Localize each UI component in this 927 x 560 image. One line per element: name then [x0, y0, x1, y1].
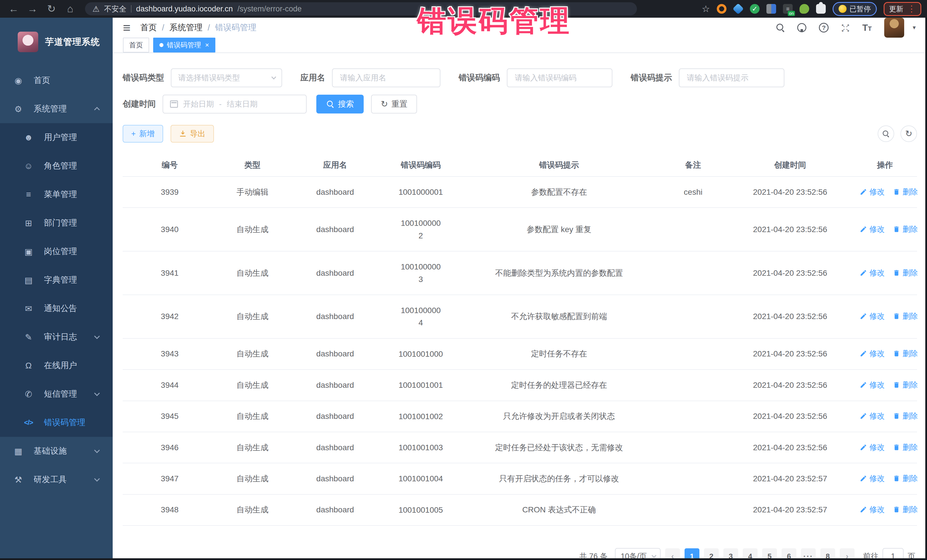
error-hint-input[interactable]: [686, 73, 777, 83]
tag-home[interactable]: 首页: [123, 38, 149, 52]
breadcrumb-system[interactable]: 系统管理: [169, 22, 202, 33]
breadcrumb-home[interactable]: 首页: [140, 22, 157, 33]
edit-link[interactable]: 修改: [860, 504, 885, 514]
delete-link[interactable]: 删除: [893, 348, 918, 359]
sidebar-item-home[interactable]: ◉首页: [0, 66, 112, 95]
delete-link[interactable]: 删除: [893, 380, 918, 390]
font-size-icon[interactable]: TT: [862, 23, 872, 33]
fullscreen-icon[interactable]: ↖↗↙↘: [841, 23, 850, 32]
delete-link-label: 删除: [903, 442, 918, 452]
row-memo: [659, 370, 727, 401]
sidebar-item-online-user[interactable]: Ω在线用户: [0, 351, 112, 380]
chevron-down-icon: [94, 476, 100, 482]
chevron-down-icon: [94, 390, 100, 396]
sidebar-item-menu[interactable]: ≡菜单管理: [0, 180, 112, 209]
tag-error-code[interactable]: 错误码管理 ×: [153, 38, 215, 52]
extension-green-check-icon[interactable]: ✓: [750, 4, 760, 14]
edit-link[interactable]: 修改: [860, 311, 885, 321]
extension-on-badge-icon[interactable]: ≡on: [783, 4, 793, 14]
sidebar-item-dev-tools[interactable]: ⚒研发工具: [0, 465, 112, 494]
sidebar-item-role[interactable]: ☺角色管理: [0, 152, 112, 180]
extension-gem-icon[interactable]: [732, 3, 744, 14]
edit-link[interactable]: 修改: [860, 442, 885, 452]
export-button[interactable]: 导出: [170, 125, 214, 143]
extension-grid-icon[interactable]: [766, 4, 776, 14]
sidebar-item-label: 部门管理: [44, 217, 77, 229]
delete-link[interactable]: 删除: [893, 442, 918, 452]
app-name-input[interactable]: [339, 73, 433, 83]
row-actions: 修改删除: [853, 338, 917, 370]
chevron-down-icon: [94, 448, 100, 453]
bookmark-star-icon[interactable]: ☆: [702, 3, 710, 14]
column-header: 类型: [217, 154, 288, 176]
row-msg: 只有开启状态的任务，才可以修改: [459, 463, 659, 494]
pencil-icon: [860, 412, 867, 420]
row-memo: [659, 432, 727, 463]
edit-link[interactable]: 修改: [860, 224, 885, 234]
sidebar-logo-row[interactable]: 芋道管理系统: [0, 18, 112, 66]
delete-link[interactable]: 删除: [893, 268, 918, 278]
sidebar-item-infra[interactable]: ▦基础设施: [0, 437, 112, 465]
reset-button[interactable]: ↻ 重置: [371, 95, 417, 114]
reload-icon[interactable]: ↻: [43, 0, 59, 18]
row-app: dashboard: [288, 432, 382, 463]
sidebar-item-dept[interactable]: ⊞部门管理: [0, 209, 112, 237]
refresh-table-button[interactable]: ↻: [900, 126, 917, 142]
table-row: 3948自动生成dashboard1001001005CRON 表达式不正确20…: [123, 495, 917, 525]
forward-icon[interactable]: →: [24, 0, 41, 18]
search-icon[interactable]: [776, 23, 785, 32]
back-icon[interactable]: ←: [6, 0, 22, 18]
sidebar-item-user[interactable]: ☻用户管理: [0, 123, 112, 152]
row-type: 自动生成: [217, 401, 288, 432]
date-range-picker[interactable]: 开始日期 - 结束日期: [163, 95, 307, 114]
home-icon[interactable]: ⌂: [62, 0, 78, 18]
sidebar-item-dict[interactable]: ▤字典管理: [0, 266, 112, 294]
browser-menu-icon[interactable]: ⋮: [907, 5, 916, 13]
edit-link[interactable]: 修改: [860, 473, 885, 484]
delete-link[interactable]: 删除: [893, 311, 918, 321]
extension-puzzle-icon[interactable]: [816, 4, 826, 14]
search-button[interactable]: 搜索: [316, 95, 364, 114]
delete-link[interactable]: 删除: [893, 224, 918, 234]
dept-tree-icon: ⊞: [22, 218, 35, 228]
paused-pill[interactable]: 已暂停: [833, 2, 877, 16]
sidebar-item-label: 用户管理: [44, 132, 77, 143]
delete-link[interactable]: 删除: [893, 504, 918, 514]
row-msg: 参数配置 key 重复: [459, 208, 659, 251]
caret-down-icon[interactable]: ▼: [912, 25, 917, 31]
close-tag-icon[interactable]: ×: [205, 41, 209, 49]
delete-link[interactable]: 删除: [893, 473, 918, 484]
avatar[interactable]: [884, 18, 904, 38]
sidebar-item-notice[interactable]: ✉通知公告: [0, 294, 112, 323]
sidebar-item-label: 通知公告: [44, 303, 77, 314]
edit-link[interactable]: 修改: [860, 348, 885, 359]
extension-orange-icon[interactable]: [717, 4, 726, 14]
edit-link[interactable]: 修改: [860, 268, 885, 278]
help-icon[interactable]: ?: [819, 23, 828, 32]
delete-link[interactable]: 删除: [893, 187, 918, 197]
sidebar-item-error-code[interactable]: </>错误码管理: [0, 408, 112, 437]
row-id: 3943: [123, 338, 217, 370]
delete-link[interactable]: 删除: [893, 411, 918, 421]
sidebar-item-post[interactable]: ▣岗位管理: [0, 237, 112, 266]
sidebar-item-system[interactable]: ⚙系统管理: [0, 95, 112, 123]
github-icon[interactable]: [797, 23, 806, 32]
extension-green-icon[interactable]: [799, 4, 809, 14]
extension-badge: on: [788, 11, 795, 16]
toggle-search-button[interactable]: [878, 126, 894, 142]
sidebar-item-sms[interactable]: ✆短信管理: [0, 380, 112, 408]
security-warning-icon: ⚠: [93, 4, 100, 14]
sidebar-item-audit-log[interactable]: ✎审计日志: [0, 323, 112, 351]
add-button[interactable]: + 新增: [123, 125, 163, 143]
error-type-select[interactable]: 请选择错误码类型: [171, 68, 282, 87]
edit-link[interactable]: 修改: [860, 380, 885, 390]
edit-link[interactable]: 修改: [860, 187, 885, 197]
column-header: 备注: [659, 154, 727, 176]
edit-link-label: 修改: [869, 311, 885, 321]
edit-link[interactable]: 修改: [860, 411, 885, 421]
collapse-sidebar-icon[interactable]: ≡: [123, 21, 131, 34]
error-code-input[interactable]: [514, 73, 605, 83]
trash-icon: [893, 475, 900, 482]
update-button[interactable]: 更新⋮: [884, 2, 921, 16]
column-header: 错误码提示: [459, 154, 659, 176]
